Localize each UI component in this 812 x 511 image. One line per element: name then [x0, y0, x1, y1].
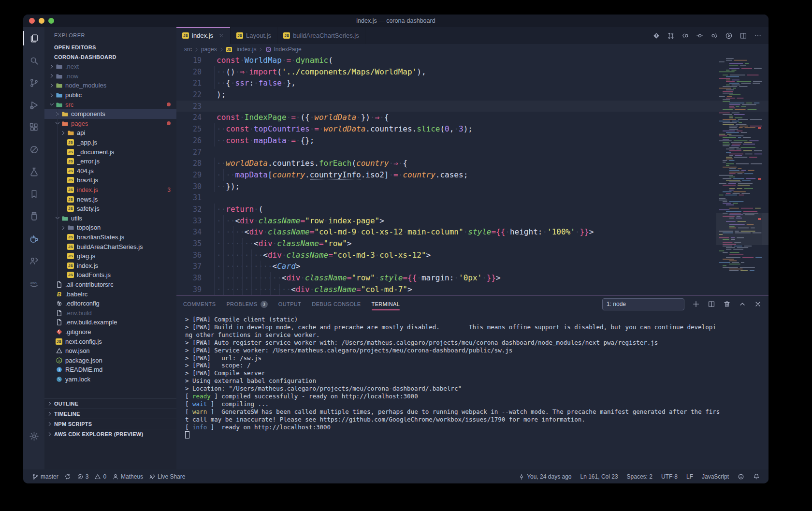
terminal-shell-select[interactable]: 1: node	[602, 298, 684, 310]
status-encoding[interactable]: UTF-8	[658, 473, 681, 480]
status-feedback[interactable]	[735, 473, 747, 480]
sidebar-section-timeline[interactable]: TIMELINE	[44, 409, 176, 419]
tree-item--babelrc[interactable]: B.babelrc	[44, 289, 176, 299]
status-notifications[interactable]	[750, 473, 763, 480]
tree-item-readme-md[interactable]: README.md	[44, 365, 176, 375]
close-panel-icon[interactable]	[754, 300, 762, 308]
code-line-39[interactable]: 39················<div·className="col-md…	[176, 284, 768, 295]
panel-tab-output[interactable]: OUTPUT	[278, 295, 302, 313]
code-line-34[interactable]: 34······<div·className="col-md-9·col-xs-…	[176, 226, 768, 238]
tree-item-components[interactable]: components	[44, 109, 176, 119]
tree-item-pages[interactable]: pages	[44, 119, 176, 129]
tab-layout-js[interactable]: JSLayout.js	[231, 27, 277, 44]
code-editor[interactable]: 19const·WorldMap·=·dynamic(20··()·⇒·impo…	[176, 55, 768, 295]
tree-item-news-js[interactable]: JSnews.js	[44, 194, 176, 204]
split-panel-icon[interactable]	[708, 300, 715, 308]
tab-index-js[interactable]: JSindex.js	[176, 27, 231, 44]
tree-item-index-js[interactable]: JSindex.js3	[44, 185, 176, 195]
tree-item--next[interactable]: .next	[44, 62, 176, 72]
tree-item-next-config-js[interactable]: JSnext.config.js	[44, 336, 176, 346]
split-icon[interactable]	[740, 32, 747, 40]
close-button[interactable]	[29, 18, 35, 24]
zoom-button[interactable]	[48, 18, 54, 24]
activity-settings[interactable]	[23, 425, 44, 447]
code-line-28[interactable]: 28··worldData.countries.forEach(country·…	[176, 158, 768, 169]
tree-item-index-js[interactable]: JSindex.js	[44, 261, 176, 270]
status-cursor-position[interactable]: Ln 161, Col 23	[578, 473, 621, 480]
editor-scrollbar[interactable]	[762, 213, 768, 245]
activity-explorer[interactable]	[23, 27, 44, 49]
nav-back-icon[interactable]	[682, 32, 689, 40]
status-problems-warnings[interactable]: 0	[91, 473, 109, 480]
code-line-22[interactable]: 22);	[176, 89, 768, 101]
terminal-output[interactable]: > [PWA] Compile client (static)> [PWA] B…	[176, 313, 768, 469]
tree-item-public[interactable]: public	[44, 90, 176, 100]
tree-item--document-js[interactable]: JS_document.js	[44, 147, 176, 157]
status-eol[interactable]: LF	[683, 473, 696, 480]
open-editors-header[interactable]: OPEN EDITORS	[44, 43, 176, 52]
tree-item-src[interactable]: src	[44, 100, 176, 109]
more-icon[interactable]	[754, 32, 762, 40]
nav-dot-icon[interactable]	[696, 32, 704, 40]
trash-icon[interactable]	[723, 300, 731, 308]
tree-item--error-js[interactable]: JS_error.js	[44, 157, 176, 166]
tree-item--env-build-example[interactable]: .env.build.example	[44, 318, 176, 327]
tree-item-buildareachartseries-js[interactable]: JSbuildAreaChartSeries.js	[44, 242, 176, 251]
breadcrumb-item-pages[interactable]: pages	[201, 46, 217, 53]
status-git-branch[interactable]: master	[29, 473, 61, 480]
status-language-mode[interactable]: JavaScript	[699, 473, 732, 480]
activity-live-share[interactable]	[23, 249, 44, 272]
status-sync[interactable]	[61, 473, 74, 480]
code-line-30[interactable]: 30··});	[176, 181, 768, 192]
breadcrumb-item-src[interactable]: src	[184, 46, 192, 53]
root-folder-header[interactable]: CORONA-DASHBOARD	[44, 52, 176, 62]
code-line-31[interactable]: 31	[176, 192, 768, 204]
panel-tab-problems[interactable]: PROBLEMS3	[226, 295, 267, 313]
tree-item-gtag-js[interactable]: JSgtag.js	[44, 251, 176, 261]
status-live-share[interactable]: Live Share	[146, 473, 188, 480]
tree-item-brazilianstates-js[interactable]: JSbrazilianStates.js	[44, 233, 176, 242]
tree-item--app-js[interactable]: JS_app.js	[44, 138, 176, 147]
tree-item-node-modules[interactable]: node_modules	[44, 81, 176, 90]
tree-item-404-js[interactable]: JS404.js	[44, 166, 176, 176]
code-line-24[interactable]: 24const·IndexPage·=·({·worldData·})·⇒·{	[176, 112, 768, 123]
activity-project-manager[interactable]	[23, 205, 44, 227]
code-line-26[interactable]: 26··const·mapData·=·{};	[176, 135, 768, 146]
code-line-19[interactable]: 19const·WorldMap·=·dynamic(	[176, 55, 768, 66]
plus-icon[interactable]	[692, 300, 700, 308]
activity-docker[interactable]	[23, 227, 44, 249]
code-line-29[interactable]: 29····mapData[country.countryInfo.iso2]·…	[176, 169, 768, 181]
code-line-32[interactable]: 32··return·(	[176, 204, 768, 215]
tree-item-loadfonts-js[interactable]: JSloadFonts.js	[44, 270, 176, 280]
sidebar-section-npm-scripts[interactable]: NPM SCRIPTS	[44, 419, 176, 429]
code-line-35[interactable]: 35········<div·className="row">	[176, 238, 768, 249]
status-problems-errors[interactable]: 3	[74, 473, 92, 480]
tab-buildareachartseries-js[interactable]: JSbuildAreaChartSeries.js	[277, 27, 365, 44]
close-icon[interactable]	[218, 32, 224, 39]
sidebar-section-aws-cdk-explorer-preview-[interactable]: AWS CDK EXPLORER (PREVIEW)	[44, 429, 176, 439]
tree-item-yarn-lock[interactable]: yarn.lock	[44, 375, 176, 384]
panel-tab-terminal[interactable]: TERMINAL	[372, 295, 400, 313]
code-line-37[interactable]: 37············<Card>	[176, 261, 768, 272]
breadcrumb-item-indexpage[interactable]: IndexPage	[265, 46, 301, 53]
code-line-27[interactable]: 27	[176, 146, 768, 158]
compare-icon[interactable]	[667, 32, 675, 40]
tree-item-package-json[interactable]: JSpackage.json	[44, 355, 176, 365]
tree-item--editorconfig[interactable]: .editorconfig	[44, 299, 176, 308]
minimize-button[interactable]	[39, 18, 44, 24]
activity-extensions[interactable]	[23, 116, 44, 138]
panel-tab-comments[interactable]: COMMENTS	[183, 295, 216, 313]
tree-item-safety-js[interactable]: JSsafety.js	[44, 204, 176, 214]
tree-item-brazil-js[interactable]: JSbrazil.js	[44, 175, 176, 185]
tree-item-now-json[interactable]: now.json	[44, 346, 176, 356]
activity-source-control[interactable]	[23, 72, 44, 94]
activity-aws[interactable]: aws	[23, 272, 44, 294]
code-line-21[interactable]: 21··{·ssr:·false·},	[176, 77, 768, 89]
tree-item--gitignore[interactable]: .gitignore	[44, 327, 176, 337]
sidebar-section-outline[interactable]: OUTLINE	[44, 398, 176, 409]
tree-item--env-build[interactable]: .env.build	[44, 308, 176, 318]
activity-testing[interactable]	[23, 161, 44, 183]
run-icon[interactable]	[725, 32, 733, 40]
code-line-25[interactable]: 25··const·topCountries·=·worldData.count…	[176, 123, 768, 135]
breadcrumb-item-index-js[interactable]: JSindex.js	[226, 46, 257, 53]
